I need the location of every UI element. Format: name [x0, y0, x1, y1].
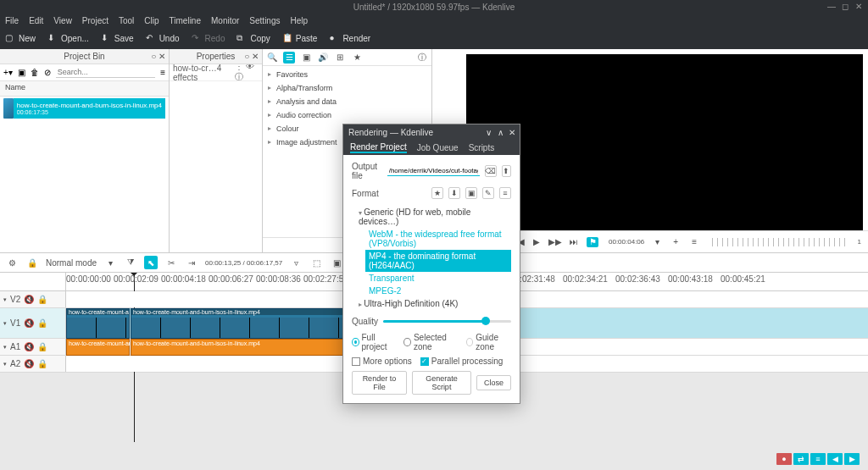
menu-view[interactable]: View: [53, 16, 72, 25]
check-more-options[interactable]: [352, 357, 360, 366]
generate-script-button[interactable]: Generate Script: [412, 371, 471, 395]
monitor-mark-icon[interactable]: ⚑: [587, 237, 598, 247]
tl-trim-icon[interactable]: ⧩: [124, 256, 137, 269]
format-group-uhd[interactable]: Ultra-High Definition (4K): [352, 297, 511, 310]
output-file-input[interactable]: [387, 166, 480, 176]
lock-icon[interactable]: 🔒: [37, 359, 47, 368]
dialog-help-icon[interactable]: ∨: [484, 128, 492, 137]
tl-spacer-icon[interactable]: ⇥: [185, 256, 198, 269]
menu-monitor[interactable]: Monitor: [211, 16, 239, 25]
video-clip[interactable]: how-to-create-mount-and-burn-isos-in-lin…: [131, 308, 364, 339]
copy-button[interactable]: ⧉Copy: [236, 33, 270, 43]
effects-category[interactable]: Favorites: [268, 68, 426, 81]
bin-menu-icon[interactable]: ≡: [160, 68, 165, 77]
mute-icon[interactable]: 🔇: [24, 318, 34, 328]
effects-list-icon[interactable]: ☰: [283, 52, 295, 64]
effects-favorite-icon[interactable]: ★: [351, 52, 363, 64]
effects-category[interactable]: Alpha/Transform: [268, 81, 426, 95]
tab-scripts[interactable]: Scripts: [469, 143, 495, 152]
tl-lock-icon[interactable]: 🔒: [25, 256, 39, 269]
open-button[interactable]: ⬇Open...: [47, 33, 89, 43]
check-parallel[interactable]: [420, 357, 429, 366]
status-seq-icon[interactable]: ⇄: [793, 453, 809, 465]
add-clip-icon[interactable]: +▾: [3, 68, 13, 77]
tab-render-project[interactable]: Render Project: [350, 142, 407, 153]
monitor-step-icon[interactable]: ▾: [651, 237, 663, 247]
monitor-add-icon[interactable]: +: [670, 237, 682, 247]
format-mp4[interactable]: MP4 - the dominating format (H264/AAC): [365, 250, 511, 272]
tl-mode[interactable]: Normal mode: [46, 258, 97, 268]
paste-button[interactable]: 📋Paste: [282, 33, 318, 43]
format-transparent[interactable]: Transparent: [365, 272, 511, 285]
radio-selected-zone[interactable]: [403, 338, 411, 346]
delete-clip-icon[interactable]: 🗑: [31, 68, 39, 77]
clip-item[interactable]: how-to-create-mount-and-burn-isos-in-lin…: [0, 97, 169, 120]
new-button[interactable]: ▢New: [5, 33, 36, 43]
tl-select-icon[interactable]: ⬉: [144, 256, 158, 269]
effects-search-icon[interactable]: 🔍: [266, 52, 278, 64]
tab-job-queue[interactable]: Job Queue: [417, 143, 459, 152]
status-left-icon[interactable]: ◀: [827, 453, 843, 465]
browse-path-icon[interactable]: ⬆: [502, 165, 511, 177]
format-webm[interactable]: WebM - the widespread free format (VP8/V…: [365, 228, 511, 250]
monitor-screen[interactable]: [466, 54, 863, 230]
monitor-forward-icon[interactable]: ▶▶: [549, 237, 561, 247]
panel-close-icon[interactable]: ○ ✕: [244, 52, 259, 61]
effects-video-icon[interactable]: ▣: [300, 52, 312, 64]
tl-zone-icon[interactable]: ⬚: [309, 256, 323, 269]
window-minimize-icon[interactable]: —: [827, 3, 836, 11]
lock-icon[interactable]: 🔒: [37, 318, 47, 328]
status-right-icon[interactable]: ▶: [844, 453, 860, 465]
chevron-down-icon[interactable]: ▾: [103, 256, 117, 269]
mute-icon[interactable]: 🔇: [24, 342, 34, 351]
menu-settings[interactable]: Settings: [249, 16, 280, 25]
tl-preview-icon[interactable]: ▣: [330, 256, 343, 269]
radio-guide-zone[interactable]: [466, 338, 474, 346]
delete-format-icon[interactable]: ≡: [499, 187, 511, 199]
effects-category[interactable]: Audio correction: [268, 108, 426, 122]
dialog-close-icon[interactable]: ✕: [508, 128, 516, 137]
monitor-play-icon[interactable]: ▶: [531, 237, 542, 247]
save-button[interactable]: ⬇Save: [101, 33, 134, 43]
dialog-up-icon[interactable]: ∧: [496, 128, 504, 137]
close-dialog-button[interactable]: Close: [476, 375, 511, 390]
tl-razor-icon[interactable]: ✂: [164, 256, 178, 269]
panel-close-icon[interactable]: ○ ✕: [151, 52, 165, 61]
bin-column-name[interactable]: Name: [0, 81, 169, 97]
bin-search-input[interactable]: [56, 67, 155, 78]
window-maximize-icon[interactable]: ◻: [841, 3, 849, 11]
window-close-icon[interactable]: ✕: [854, 3, 863, 11]
tl-settings-icon[interactable]: ⚙: [5, 256, 19, 269]
format-tree[interactable]: Generic (HD for web, mobile devices…) We…: [352, 206, 511, 310]
redo-button[interactable]: ↷Redo: [192, 33, 225, 43]
render-to-file-button[interactable]: Render to File: [352, 371, 407, 395]
video-clip[interactable]: how-to-create-mount-and: [66, 308, 130, 339]
lock-icon[interactable]: 🔒: [37, 295, 47, 304]
fav-format-icon[interactable]: ★: [431, 187, 443, 199]
add-folder-icon[interactable]: ▣: [18, 68, 25, 77]
audio-clip[interactable]: how-to-create-mount-and: [66, 339, 130, 356]
undo-button[interactable]: ↶Undo: [146, 33, 180, 43]
menu-edit[interactable]: Edit: [29, 16, 43, 25]
radio-full-project[interactable]: [352, 338, 359, 346]
monitor-menu-icon[interactable]: ≡: [688, 237, 700, 247]
effects-audio-icon[interactable]: 🔊: [317, 52, 329, 64]
menu-tool[interactable]: Tool: [119, 16, 134, 25]
menu-help[interactable]: Help: [291, 16, 309, 25]
format-group-generic[interactable]: Generic (HD for web, mobile devices…): [352, 206, 511, 228]
quality-slider[interactable]: [383, 320, 511, 323]
save-format-icon[interactable]: ▣: [465, 187, 477, 199]
monitor-ruler[interactable]: [712, 238, 847, 246]
status-red-icon[interactable]: ●: [776, 453, 792, 465]
status-nav-icon[interactable]: ≡: [810, 453, 826, 465]
monitor-skip-fwd-icon[interactable]: ⏭: [568, 237, 580, 247]
download-format-icon[interactable]: ⬇: [448, 187, 460, 199]
effects-info-icon[interactable]: ⓘ: [416, 52, 428, 64]
menu-project[interactable]: Project: [82, 16, 108, 25]
audio-clip[interactable]: how-to-create-mount-and-burn-isos-in-lin…: [131, 339, 364, 356]
tag-icon[interactable]: ⊘: [44, 68, 51, 77]
mute-icon[interactable]: 🔇: [24, 295, 34, 304]
mute-icon[interactable]: 🔇: [24, 359, 34, 368]
menu-clip[interactable]: Clip: [144, 16, 159, 25]
edit-format-icon[interactable]: ✎: [482, 187, 494, 199]
